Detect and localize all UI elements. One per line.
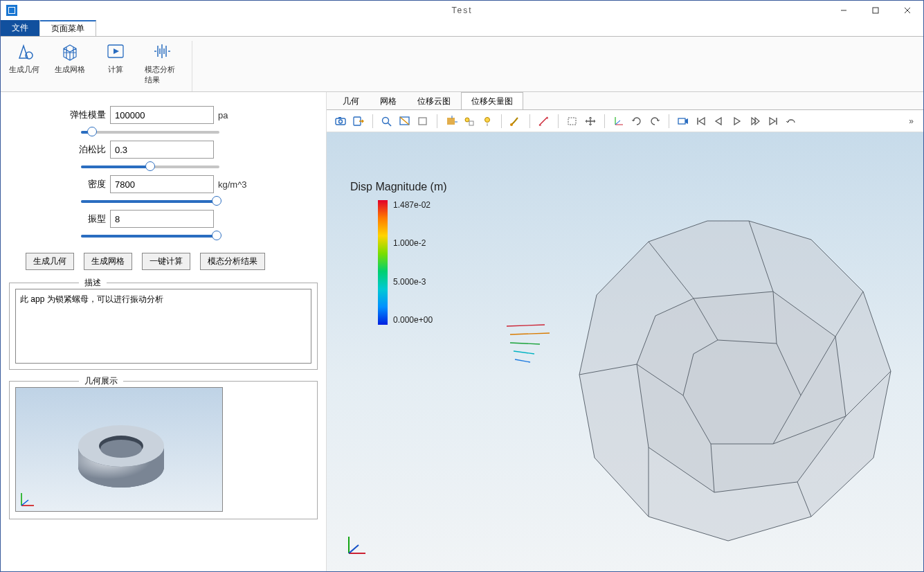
- input-poisson[interactable]: [110, 141, 214, 159]
- maximize-button[interactable]: [860, 1, 891, 20]
- export-icon[interactable]: [350, 113, 367, 129]
- geometry-preview[interactable]: [15, 387, 223, 512]
- model-3d: [486, 202, 915, 562]
- svg-point-26: [485, 117, 490, 122]
- app-icon: [6, 5, 17, 16]
- viewer-canvas[interactable]: Disp Magnitude (m) 1.487e-02 1.000e-2 5.…: [327, 132, 923, 572]
- label-density: 密度: [9, 178, 106, 190]
- svg-marker-39: [716, 118, 721, 125]
- slider-density[interactable]: [81, 200, 219, 203]
- svg-line-64: [514, 351, 534, 354]
- orientation-triad-icon: [342, 533, 370, 560]
- svg-line-20: [388, 123, 392, 126]
- tab-page-menu[interactable]: 页面菜单: [40, 20, 96, 36]
- prev-frame-icon[interactable]: [711, 113, 727, 129]
- legend-description: 描述: [79, 277, 107, 289]
- input-density[interactable]: [110, 175, 214, 193]
- last-frame-icon[interactable]: [765, 113, 781, 129]
- svg-marker-43: [770, 118, 775, 125]
- tab-contour[interactable]: 位移云图: [407, 92, 461, 109]
- ribbon-compute[interactable]: 计算: [99, 41, 132, 91]
- minimize-button[interactable]: [828, 1, 860, 20]
- label-poisson: 泊松比: [9, 143, 106, 156]
- zoom-box-icon[interactable]: [397, 113, 413, 129]
- slider-mode[interactable]: [81, 235, 219, 238]
- rotate-ccw-icon[interactable]: [646, 113, 663, 129]
- svg-point-11: [100, 440, 142, 458]
- rotate-cw-icon[interactable]: [628, 113, 645, 129]
- loop-icon[interactable]: [783, 113, 799, 129]
- left-panel: 弹性模量 pa 泊松比 密度 kg/m^3 振型 生成几何 生成网格 一键计算: [1, 92, 326, 572]
- svg-point-28: [510, 123, 513, 126]
- fieldset-geometry-preview: 几何展示: [9, 381, 318, 519]
- svg-rect-23: [447, 118, 455, 125]
- select-mode-icon[interactable]: [443, 113, 460, 129]
- description-text: 此 app 为锁紧螺母，可以进行振动分析: [15, 289, 311, 364]
- titlebar: Test: [1, 1, 923, 20]
- slider-poisson[interactable]: [81, 166, 219, 168]
- brush-icon[interactable]: [507, 113, 524, 129]
- tab-file[interactable]: 文件: [1, 20, 40, 36]
- color-bar-labels: 1.487e-02 1.000e-2 5.000e-3 0.000e+00: [393, 200, 433, 325]
- svg-marker-7: [114, 48, 119, 54]
- svg-line-14: [21, 500, 28, 506]
- svg-line-65: [515, 359, 530, 362]
- input-mode[interactable]: [110, 210, 214, 228]
- ribbon-gen-geometry[interactable]: 生成几何: [8, 41, 41, 91]
- svg-rect-22: [419, 118, 426, 125]
- ribbon-gen-mesh[interactable]: 生成网格: [53, 41, 87, 91]
- measure-icon[interactable]: [536, 113, 552, 129]
- viewer-toolbar: »: [327, 110, 923, 132]
- svg-marker-38: [699, 118, 705, 125]
- svg-line-35: [615, 120, 620, 125]
- svg-line-29: [539, 117, 547, 125]
- select-rect-icon[interactable]: [564, 113, 581, 129]
- pan-icon[interactable]: [582, 113, 599, 129]
- btn-gen-mesh[interactable]: 生成网格: [84, 253, 132, 270]
- first-frame-icon[interactable]: [693, 113, 709, 129]
- axes-icon[interactable]: [610, 113, 627, 129]
- svg-line-62: [510, 333, 550, 334]
- tab-mesh[interactable]: 网格: [370, 92, 407, 109]
- zoom-icon[interactable]: [379, 113, 395, 129]
- slider-modulus[interactable]: [81, 131, 219, 134]
- visibility-icon[interactable]: [461, 113, 478, 129]
- tab-vector[interactable]: 位移矢量图: [461, 92, 523, 109]
- svg-marker-4: [19, 46, 28, 58]
- input-modulus[interactable]: [110, 106, 214, 124]
- btn-gen-geometry[interactable]: 生成几何: [26, 253, 74, 270]
- play-icon: [105, 41, 126, 62]
- label-mode: 振型: [9, 213, 106, 225]
- legend-title: Disp Magnitude (m): [350, 181, 447, 193]
- viewer-tabs: 几何 网格 位移云图 位移矢量图: [327, 92, 923, 110]
- unit-density: kg/m^3: [218, 179, 247, 190]
- right-panel: 几何 网格 位移云图 位移矢量图: [326, 92, 923, 572]
- fieldset-description: 描述 此 app 为锁紧螺母，可以进行振动分析: [9, 283, 318, 370]
- svg-marker-40: [734, 118, 740, 125]
- next-frame-icon[interactable]: [747, 113, 763, 129]
- btn-modal-result[interactable]: 模态分析结果: [200, 253, 265, 270]
- svg-rect-1: [873, 8, 878, 13]
- menu-tabs: 文件 页面菜单: [1, 20, 923, 37]
- lighting-icon[interactable]: [479, 113, 496, 129]
- zoom-extents-icon[interactable]: [415, 113, 431, 129]
- svg-point-24: [465, 118, 469, 122]
- svg-rect-36: [678, 118, 685, 124]
- camera-icon[interactable]: [332, 113, 349, 129]
- play-frame-icon[interactable]: [729, 113, 745, 129]
- toolbar-overflow[interactable]: »: [905, 116, 918, 126]
- window-title: Test: [451, 6, 472, 15]
- animation-record-icon[interactable]: [675, 113, 691, 129]
- ribbon-modal-result[interactable]: 模态分析结果: [145, 41, 178, 91]
- svg-point-19: [383, 117, 389, 123]
- tab-geometry[interactable]: 几何: [332, 92, 370, 109]
- btn-compute[interactable]: 一键计算: [142, 253, 190, 270]
- close-button[interactable]: [891, 1, 923, 20]
- svg-point-16: [339, 120, 343, 123]
- unit-modulus: pa: [218, 110, 228, 120]
- ribbon: 生成几何 生成网格 计算 模态分析结果: [1, 37, 923, 92]
- svg-rect-25: [469, 121, 473, 125]
- color-bar: [378, 200, 388, 325]
- svg-rect-17: [338, 117, 341, 118]
- waveform-icon: [151, 41, 172, 62]
